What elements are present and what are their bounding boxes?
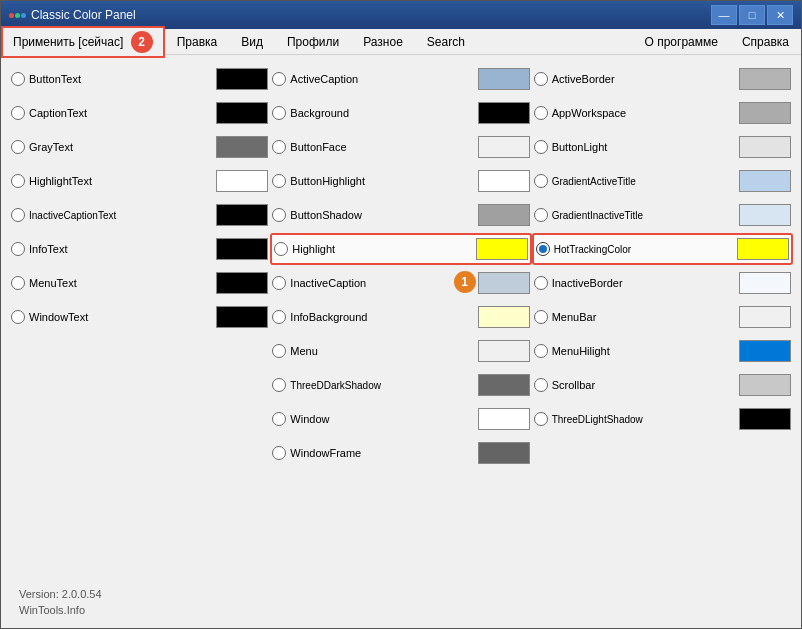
swatch-gradientactivetitle[interactable] xyxy=(739,170,791,192)
menu-help[interactable]: Справка xyxy=(730,30,801,54)
swatch-hottrackingcolor[interactable] xyxy=(737,238,789,260)
icon-dot-green xyxy=(15,13,20,18)
swatch-inactivecaptiontext[interactable] xyxy=(216,204,268,226)
list-item-highlight: Highlight xyxy=(270,233,531,265)
main-window: Classic Color Panel — □ ✕ Применить [сей… xyxy=(0,0,802,629)
column-3: ActiveBorder AppWorkspace ButtonLight Gr… xyxy=(532,63,793,620)
minimize-button[interactable]: — xyxy=(711,5,737,25)
list-item: ThreeDDarkShadow xyxy=(270,369,531,401)
radio-activeborder[interactable] xyxy=(534,72,548,86)
list-item: InactiveBorder xyxy=(532,267,793,299)
radio-gradientinactivetitle[interactable] xyxy=(534,208,548,222)
swatch-menuhilight[interactable] xyxy=(739,340,791,362)
list-item: Scrollbar xyxy=(532,369,793,401)
swatch-buttonhighlight[interactable] xyxy=(478,170,530,192)
radio-menubar[interactable] xyxy=(534,310,548,324)
radio-threeddarkshadow[interactable] xyxy=(272,378,286,392)
swatch-menutext[interactable] xyxy=(216,272,268,294)
radio-menu[interactable] xyxy=(272,344,286,358)
swatch-infobackground[interactable] xyxy=(478,306,530,328)
radio-buttonhighlight[interactable] xyxy=(272,174,286,188)
swatch-infotext[interactable] xyxy=(216,238,268,260)
radio-buttonlight[interactable] xyxy=(534,140,548,154)
swatch-windowframe[interactable] xyxy=(478,442,530,464)
radio-activecaption[interactable] xyxy=(272,72,286,86)
radio-inactivecaptiontext[interactable] xyxy=(11,208,25,222)
column-2: ActiveCaption Background ButtonFace Butt… xyxy=(270,63,531,620)
menu-apply[interactable]: Применить [сейчас] 2 xyxy=(1,26,165,58)
list-item: WindowText xyxy=(9,301,270,333)
menu-profiles[interactable]: Профили xyxy=(275,30,351,54)
radio-window[interactable] xyxy=(272,412,286,426)
swatch-scrollbar[interactable] xyxy=(739,374,791,396)
swatch-menu[interactable] xyxy=(478,340,530,362)
app-icon xyxy=(9,7,25,23)
radio-scrollbar[interactable] xyxy=(534,378,548,392)
radio-infotext[interactable] xyxy=(11,242,25,256)
list-item: ButtonLight xyxy=(532,131,793,163)
swatch-captiontext[interactable] xyxy=(216,102,268,124)
list-item: HighlightText xyxy=(9,165,270,197)
swatch-inactivecaption[interactable] xyxy=(478,272,530,294)
icon-dot-red xyxy=(9,13,14,18)
menu-view[interactable]: Вид xyxy=(229,30,275,54)
swatch-window[interactable] xyxy=(478,408,530,430)
radio-menuhilight[interactable] xyxy=(534,344,548,358)
badge-2: 2 xyxy=(131,31,153,53)
radio-menutext[interactable] xyxy=(11,276,25,290)
menu-edit[interactable]: Правка xyxy=(165,30,230,54)
list-item: GrayText xyxy=(9,131,270,163)
radio-hottrackingcolor[interactable] xyxy=(536,242,550,256)
radio-windowframe[interactable] xyxy=(272,446,286,460)
swatch-highlight[interactable] xyxy=(476,238,528,260)
swatch-buttonlight[interactable] xyxy=(739,136,791,158)
radio-background[interactable] xyxy=(272,106,286,120)
radio-buttonface[interactable] xyxy=(272,140,286,154)
radio-inactivecaption[interactable] xyxy=(272,276,286,290)
swatch-buttontext[interactable] xyxy=(216,68,268,90)
menu-misc[interactable]: Разное xyxy=(351,30,415,54)
list-item: ButtonFace xyxy=(270,131,531,163)
list-item: InactiveCaptionText xyxy=(9,199,270,231)
radio-infobackground[interactable] xyxy=(272,310,286,324)
list-item: AppWorkspace xyxy=(532,97,793,129)
swatch-activeborder[interactable] xyxy=(739,68,791,90)
radio-captiontext[interactable] xyxy=(11,106,25,120)
swatch-activecaption[interactable] xyxy=(478,68,530,90)
swatch-menubar[interactable] xyxy=(739,306,791,328)
list-item: InfoBackground xyxy=(270,301,531,333)
list-item: MenuBar xyxy=(532,301,793,333)
radio-threedlightshadow[interactable] xyxy=(534,412,548,426)
radio-appworkspace[interactable] xyxy=(534,106,548,120)
radio-windowtext[interactable] xyxy=(11,310,25,324)
swatch-gradientinactivetitle[interactable] xyxy=(739,204,791,226)
list-item: Background xyxy=(270,97,531,129)
list-item: ActiveBorder xyxy=(532,63,793,95)
radio-graytext[interactable] xyxy=(11,140,25,154)
swatch-background[interactable] xyxy=(478,102,530,124)
menu-search[interactable]: Search xyxy=(415,30,477,54)
close-button[interactable]: ✕ xyxy=(767,5,793,25)
swatch-graytext[interactable] xyxy=(216,136,268,158)
swatch-threeddarkshadow[interactable] xyxy=(478,374,530,396)
swatch-threedlightshadow[interactable] xyxy=(739,408,791,430)
list-item: InactiveCaption 1 xyxy=(270,267,531,299)
radio-inactiveborder[interactable] xyxy=(534,276,548,290)
swatch-buttonshadow[interactable] xyxy=(478,204,530,226)
radio-highlighttext[interactable] xyxy=(11,174,25,188)
radio-highlight[interactable] xyxy=(274,242,288,256)
list-item: ButtonText xyxy=(9,63,270,95)
swatch-inactiveborder[interactable] xyxy=(739,272,791,294)
swatch-windowtext[interactable] xyxy=(216,306,268,328)
swatch-highlighttext[interactable] xyxy=(216,170,268,192)
menu-about[interactable]: О программе xyxy=(633,30,730,54)
radio-gradientactivetitle[interactable] xyxy=(534,174,548,188)
maximize-button[interactable]: □ xyxy=(739,5,765,25)
swatch-appworkspace[interactable] xyxy=(739,102,791,124)
radio-buttonshadow[interactable] xyxy=(272,208,286,222)
radio-buttontext[interactable] xyxy=(11,72,25,86)
badge-1: 1 xyxy=(454,271,476,293)
swatch-buttonface[interactable] xyxy=(478,136,530,158)
menu-bar: Применить [сейчас] 2 Правка Вид Профили … xyxy=(1,29,801,55)
content-area: ButtonText CaptionText GrayText Highligh… xyxy=(1,55,801,628)
